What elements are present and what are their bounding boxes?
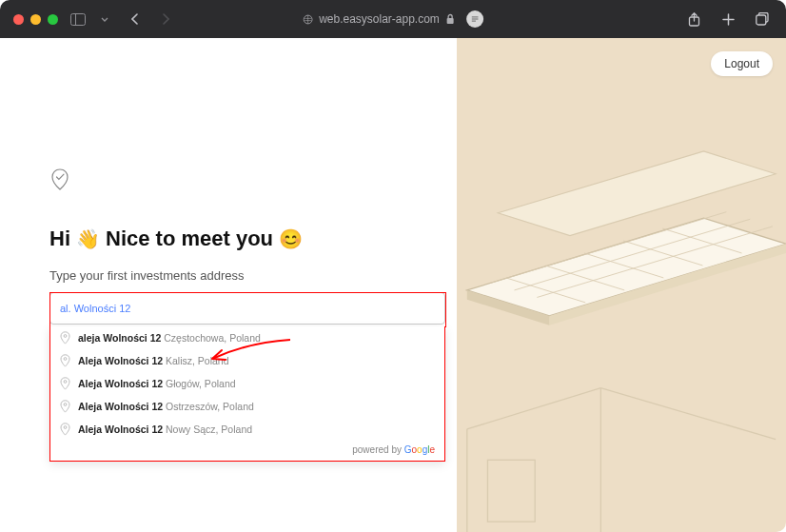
svg-rect-8 [757,15,766,25]
svg-point-13 [64,426,67,429]
option-main: Aleja Wolności 12 [78,424,163,435]
illustration-panel [457,38,786,532]
lock-icon [445,13,455,25]
autocomplete-option[interactable]: Aleja Wolności 12 Nowy Sącz, Poland [50,418,444,441]
greeting-pre: Hi [49,227,70,251]
map-pin-icon [60,400,70,413]
google-logo-text: Google [404,444,435,455]
window-controls [13,14,58,25]
autocomplete-option[interactable]: Aleja Wolności 12 Ostrzeszów, Poland [50,395,444,418]
autocomplete-option[interactable]: Aleja Wolności 12 Głogów, Poland [50,372,444,395]
page-title: Hi 👋 Nice to meet you 😊 [49,227,407,251]
svg-rect-0 [71,13,86,25]
greeting-post: Nice to meet you [106,227,273,251]
browser-chrome: web.easysolar-app.com [0,0,786,38]
svg-rect-3 [446,18,453,24]
option-main: aleja Wolności 12 [78,332,161,344]
autocomplete-option[interactable]: Aleja Wolności 12 Kalisz, Poland [50,349,444,372]
svg-rect-22 [487,460,535,522]
svg-rect-6 [472,21,476,22]
option-main: Aleja Wolności 12 [78,401,163,412]
smiling-face-icon: 😊 [279,227,303,250]
powered-by-prefix: powered by [352,444,403,455]
option-main: Aleja Wolności 12 [78,355,163,366]
maximize-window-button[interactable] [48,14,58,25]
subtitle-text: Type your first investments address [49,268,407,283]
close-window-button[interactable] [13,14,24,25]
option-secondary: Kalisz, Poland [166,355,229,366]
chevron-down-icon[interactable] [94,9,115,30]
map-pin-icon [60,423,70,436]
map-pin-icon [60,331,70,345]
powered-by-google: powered by Google [50,441,444,461]
tabs-overview-button[interactable] [752,9,773,30]
option-secondary: Ostrzeszów, Poland [166,401,254,412]
svg-point-9 [64,335,67,338]
minimize-window-button[interactable] [30,14,41,25]
option-secondary: Częstochowa, Poland [164,332,261,344]
autocomplete-dropdown: aleja Wolności 12 Częstochowa, Poland Al… [49,326,445,462]
back-button[interactable] [125,9,146,30]
autocomplete-option[interactable]: aleja Wolności 12 Częstochowa, Poland [50,326,444,349]
page-viewport: Logout Hi 👋 Nice to meet you 😊 Type your… [0,38,786,532]
new-tab-button[interactable] [717,9,738,30]
location-pin-icon [49,169,70,190]
address-combobox: ilp aleja Wolności 12 Częstochowa, Polan… [49,292,445,325]
svg-point-12 [64,404,67,406]
svg-point-11 [64,381,67,384]
address-input[interactable] [49,292,445,325]
logout-button[interactable]: Logout [711,51,773,76]
url-text: web.easysolar-app.com [319,12,440,26]
waving-hand-icon: 👋 [76,227,100,250]
svg-rect-4 [472,17,479,18]
sidebar-toggle-button[interactable] [68,9,88,30]
map-pin-icon [60,354,70,367]
option-secondary: Głogów, Poland [166,378,236,389]
svg-rect-5 [472,19,479,20]
reader-mode-button[interactable] [466,10,483,28]
option-main: Aleja Wolności 12 [78,378,163,389]
share-button[interactable] [683,9,704,30]
onboarding-panel: Hi 👋 Nice to meet you 😊 Type your first … [0,38,457,532]
site-settings-icon [303,14,313,25]
map-pin-icon [60,377,70,390]
option-secondary: Nowy Sącz, Poland [166,424,252,435]
forward-button[interactable] [155,9,176,30]
svg-point-10 [64,358,67,361]
address-bar[interactable]: web.easysolar-app.com [303,10,483,28]
